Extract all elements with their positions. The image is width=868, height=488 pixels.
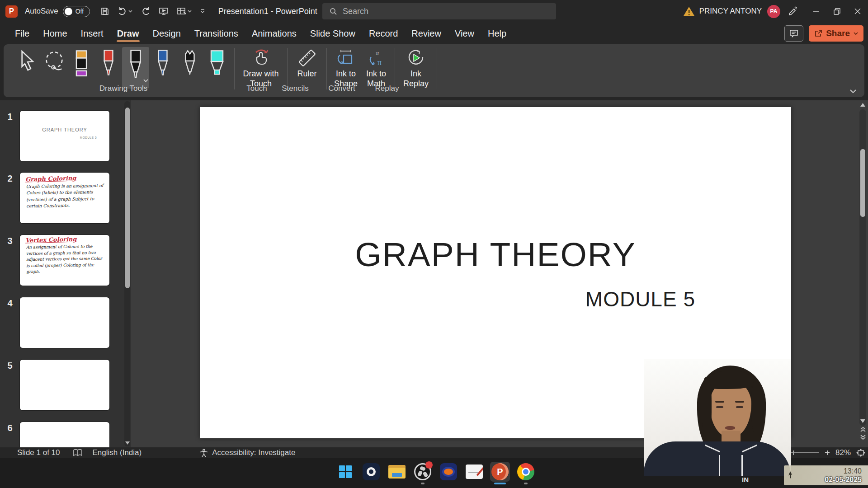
- group-label-convert: Convert: [328, 84, 355, 93]
- language-label: English (India): [93, 448, 142, 457]
- slide-thumbnail-2[interactable]: 2 Graph Coloring Graph Coloring is an as…: [0, 173, 109, 223]
- tab-review[interactable]: Review: [405, 25, 448, 42]
- fit-to-window-button[interactable]: [856, 449, 865, 457]
- slide-thumbnail-3[interactable]: 3 Vertex Coloring An assignment of Colou…: [0, 235, 109, 286]
- pencil-tool[interactable]: [176, 47, 203, 89]
- handwritten-heading: Graph Coloring: [25, 175, 76, 183]
- ribbon-tab-bar: File Home Insert Draw Design Transitions…: [0, 23, 868, 44]
- close-button[interactable]: [847, 0, 868, 23]
- taskbar-camera-app[interactable]: [361, 462, 381, 482]
- taskbar-start-button[interactable]: [335, 462, 355, 482]
- draw-with-touch-button[interactable]: Draw with Touch: [238, 47, 283, 89]
- slide-thumbnail-1[interactable]: 1 GRAPH THEORY MODULE 5: [0, 111, 109, 161]
- select-tool[interactable]: [14, 47, 41, 89]
- scroll-up-button[interactable]: [859, 103, 866, 107]
- redo-icon: [141, 7, 151, 16]
- lasso-select-tool[interactable]: [41, 47, 68, 89]
- user-name[interactable]: PRINCY ANTONY: [699, 7, 762, 16]
- tab-help[interactable]: Help: [481, 25, 513, 42]
- slide-6-thumb[interactable]: [20, 422, 109, 447]
- taskbar-whiteboard-app[interactable]: [464, 462, 484, 482]
- media-app-icon: [440, 463, 457, 480]
- tab-draw[interactable]: Draw: [110, 25, 146, 42]
- comment-icon: [789, 29, 798, 38]
- zoom-in-button[interactable]: [825, 450, 830, 455]
- thumbnail-scrollbar[interactable]: [124, 101, 130, 446]
- taskbar-media-app[interactable]: [439, 462, 458, 482]
- undo-button[interactable]: [115, 5, 135, 18]
- ruler-button[interactable]: Ruler: [291, 47, 323, 79]
- restore-button[interactable]: [826, 0, 847, 23]
- pen-red-tool[interactable]: [95, 47, 122, 89]
- search-box[interactable]: [322, 3, 556, 19]
- zoom-level[interactable]: 82%: [835, 448, 851, 457]
- autosave-toggle[interactable]: Off: [63, 6, 90, 17]
- customize-qat-button[interactable]: [198, 7, 208, 16]
- minimize-button[interactable]: [806, 0, 826, 23]
- eraser-tool[interactable]: [68, 47, 95, 89]
- search-input[interactable]: [343, 7, 533, 16]
- tab-view[interactable]: View: [448, 25, 481, 42]
- ribbon-separator: [234, 48, 235, 89]
- tab-design[interactable]: Design: [146, 25, 188, 42]
- highlighter-icon: [209, 50, 225, 79]
- avatar[interactable]: PA: [767, 5, 780, 18]
- slide-title[interactable]: GRAPH THEORY: [200, 235, 791, 274]
- ink-replay-button[interactable]: Ink Replay: [399, 47, 433, 89]
- tab-file[interactable]: File: [8, 25, 36, 42]
- language-button[interactable]: English (India): [93, 448, 142, 457]
- warning-icon[interactable]: [683, 6, 695, 17]
- chevron-down-icon[interactable]: [143, 79, 148, 82]
- slide-counter[interactable]: Slide 1 of 10: [17, 448, 60, 457]
- slide-thumbnail-4[interactable]: 4: [0, 297, 109, 348]
- spellcheck-button[interactable]: [73, 449, 83, 457]
- pen-red-icon: [101, 50, 116, 79]
- slide-thumbnail-6[interactable]: 6: [0, 422, 109, 447]
- scroll-down-arrow-icon[interactable]: [125, 441, 130, 445]
- scrollbar-thumb[interactable]: [125, 108, 130, 288]
- ink-to-shape-button[interactable]: Ink to Shape: [330, 47, 361, 89]
- tab-insert[interactable]: Insert: [74, 25, 110, 42]
- comments-button[interactable]: [784, 25, 803, 42]
- ribbon: Draw with Touch Ruler: [0, 44, 868, 100]
- scrollbar-track[interactable]: [859, 109, 866, 426]
- ink-pen-button[interactable]: [788, 6, 798, 17]
- ink-to-math-button[interactable]: π π Ink to Math: [361, 47, 391, 89]
- taskbar-obs-studio[interactable]: [413, 462, 433, 482]
- start-slideshow-button[interactable]: [156, 5, 171, 18]
- tab-animations[interactable]: Animations: [245, 25, 303, 42]
- keyboard-language-indicator[interactable]: IN: [742, 476, 749, 483]
- slide-number: 2: [0, 173, 20, 223]
- pen-blue-tool[interactable]: [149, 47, 176, 89]
- previous-slide-button[interactable]: [859, 427, 866, 432]
- taskbar-file-explorer[interactable]: [387, 462, 407, 482]
- scroll-down-button[interactable]: [859, 419, 866, 423]
- save-button[interactable]: [98, 5, 112, 18]
- slide-subtitle[interactable]: MODULE 5: [585, 287, 695, 311]
- next-slide-button[interactable]: [859, 435, 866, 440]
- slide-1-thumb[interactable]: GRAPH THEORY MODULE 5: [20, 111, 109, 161]
- taskbar-chrome[interactable]: [516, 462, 536, 482]
- scrollbar-thumb[interactable]: [860, 149, 865, 217]
- accessibility-checker[interactable]: Accessibility: Investigate: [199, 448, 295, 457]
- slide-5-thumb[interactable]: [20, 360, 109, 410]
- table-tool-button[interactable]: [175, 5, 194, 18]
- tab-home[interactable]: Home: [36, 25, 74, 42]
- collapse-ribbon-button[interactable]: [850, 89, 856, 94]
- taskbar-powerpoint[interactable]: P: [490, 462, 510, 482]
- tab-record[interactable]: Record: [362, 25, 405, 42]
- slide-3-thumb[interactable]: Vertex Coloring An assignment of Colours…: [20, 235, 109, 286]
- canvas-scrollbar[interactable]: [859, 103, 866, 445]
- slide-4-thumb[interactable]: [20, 297, 109, 348]
- search-icon: [330, 8, 337, 15]
- slide-thumbnail-5[interactable]: 5: [0, 360, 109, 410]
- ink-replay-label: Ink Replay: [399, 69, 433, 89]
- pen-black-tool[interactable]: [122, 47, 149, 89]
- share-button[interactable]: Share: [809, 25, 863, 42]
- highlighter-tool[interactable]: [203, 47, 231, 89]
- tab-slideshow[interactable]: Slide Show: [303, 25, 362, 42]
- tab-transitions[interactable]: Transitions: [188, 25, 245, 42]
- slide-2-thumb[interactable]: Graph Coloring Graph Coloring is an assi…: [20, 173, 109, 223]
- powerpoint-logo-icon[interactable]: P: [5, 5, 18, 18]
- redo-button[interactable]: [138, 5, 153, 18]
